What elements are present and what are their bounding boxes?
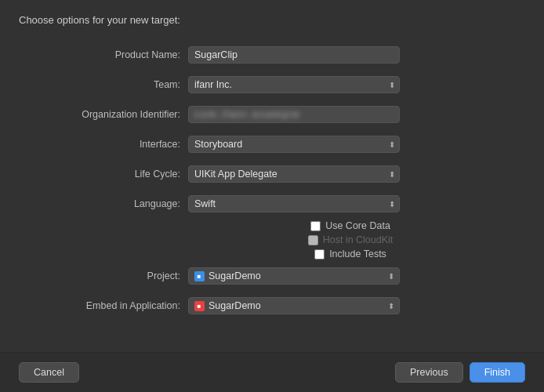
checkboxes-section: Use Core Data Host in CloudKit Include T… [31, 220, 513, 260]
team-control: ifanr Inc. ⬍ [188, 76, 513, 93]
dialog-body: Product Name: Team: ifanr Inc. ⬍ Organiz… [0, 34, 544, 352]
include-tests-label: Include Tests [329, 249, 386, 260]
new-target-dialog: Choose options for your new target: Prod… [0, 0, 544, 392]
team-select[interactable]: ifanr Inc. [188, 76, 400, 93]
language-select[interactable]: Swift Objective-C [188, 195, 400, 212]
product-name-control [188, 46, 513, 64]
language-row: Language: Swift Objective-C ⬍ [31, 191, 513, 217]
use-core-data-label: Use Core Data [325, 220, 390, 231]
embed-value-text: SugarDemo [209, 300, 388, 311]
product-name-row: Product Name: [31, 42, 513, 68]
finish-button[interactable]: Finish [470, 362, 525, 383]
host-cloudkit-row: Host in CloudKit [308, 234, 393, 245]
lifecycle-select[interactable]: UIKit App Delegate SwiftUI App [188, 165, 400, 183]
lifecycle-label: Life Cycle: [31, 169, 188, 180]
project-row: Project: ■ SugarDemo ⬍ [31, 263, 513, 289]
org-identifier-display: com.ifanr.example [188, 106, 400, 123]
embed-row: Embed in Application: ■ SugarDemo ⬍ [31, 292, 513, 319]
embed-select-arrow-icon: ⬍ [388, 302, 394, 310]
org-identifier-label: Organization Identifier: [31, 109, 188, 120]
lifecycle-row: Life Cycle: UIKit App Delegate SwiftUI A… [31, 161, 513, 187]
embed-control: ■ SugarDemo ⬍ [188, 297, 513, 314]
team-row: Team: ifanr Inc. ⬍ [31, 71, 513, 98]
team-label: Team: [31, 79, 188, 90]
org-identifier-control: com.ifanr.example [188, 106, 513, 123]
embed-icon-red-box: ■ [194, 301, 205, 311]
project-value-text: SugarDemo [209, 270, 388, 281]
previous-button[interactable]: Previous [395, 362, 463, 383]
project-icon: ■ [194, 270, 205, 281]
language-control: Swift Objective-C ⬍ [188, 195, 513, 212]
host-in-cloudkit-label: Host in CloudKit [323, 234, 393, 245]
use-core-data-row: Use Core Data [310, 220, 390, 231]
interface-control: Storyboard SwiftUI ⬍ [188, 136, 513, 153]
include-tests-row: Include Tests [314, 249, 386, 260]
lifecycle-select-wrapper: UIKit App Delegate SwiftUI App ⬍ [188, 165, 400, 183]
embed-icon: ■ [194, 300, 205, 311]
project-control: ■ SugarDemo ⬍ [188, 267, 513, 285]
cancel-button[interactable]: Cancel [19, 362, 79, 383]
product-name-input[interactable] [188, 46, 400, 64]
footer-right-buttons: Previous Finish [395, 362, 525, 383]
use-core-data-checkbox[interactable] [310, 221, 321, 231]
embed-select[interactable]: ■ SugarDemo ⬍ [188, 297, 400, 314]
interface-label: Interface: [31, 139, 188, 150]
project-label: Project: [31, 270, 188, 281]
dialog-footer: Cancel Previous Finish [0, 352, 544, 392]
team-select-wrapper: ifanr Inc. ⬍ [188, 76, 400, 93]
dialog-title: Choose options for your new target: [19, 14, 180, 26]
host-in-cloudkit-checkbox[interactable] [308, 235, 318, 245]
language-label: Language: [31, 198, 188, 209]
project-select[interactable]: ■ SugarDemo ⬍ [188, 267, 400, 285]
embed-label: Embed in Application: [31, 300, 188, 311]
dialog-header: Choose options for your new target: [0, 0, 544, 34]
interface-row: Interface: Storyboard SwiftUI ⬍ [31, 131, 513, 158]
interface-select-wrapper: Storyboard SwiftUI ⬍ [188, 136, 400, 153]
org-identifier-blurred-text: com.ifanr.example [194, 109, 300, 120]
lifecycle-control: UIKit App Delegate SwiftUI App ⬍ [188, 165, 513, 183]
language-select-wrapper: Swift Objective-C ⬍ [188, 195, 400, 212]
org-identifier-row: Organization Identifier: com.ifanr.examp… [31, 101, 513, 128]
interface-select[interactable]: Storyboard SwiftUI [188, 136, 400, 153]
project-select-arrow-icon: ⬍ [388, 272, 394, 281]
project-icon-blue-box: ■ [194, 271, 205, 281]
product-name-label: Product Name: [31, 49, 188, 60]
include-tests-checkbox[interactable] [314, 249, 325, 260]
